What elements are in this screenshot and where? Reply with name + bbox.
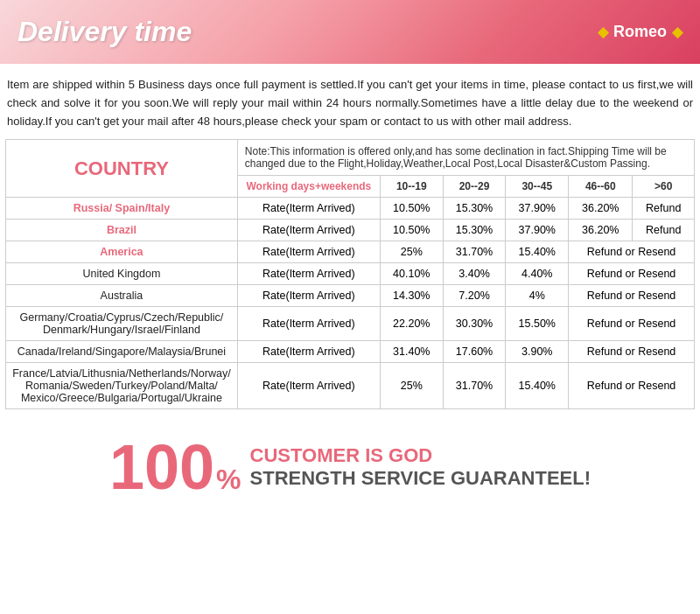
country-name-0: Russia/​ Spain/​Italy	[6, 198, 238, 220]
table-row: Germany/​Croatia/​Cyprus/​Czech/​Republi…	[6, 307, 695, 341]
country-name-3: United Kingdom	[6, 263, 238, 285]
cell-3-1: 40.10%	[380, 263, 443, 285]
table-row: AustraliaRate(Iterm Arrived)14.30%7.20%4…	[6, 285, 695, 307]
cell-4-3: 4%	[506, 285, 569, 307]
table-row: Russia/​ Spain/​ItalyRate(Iterm Arrived)…	[6, 198, 695, 220]
country-name-7: France/​Latvia/​Lithusnia/​Netherlands/​…	[6, 363, 238, 409]
delivery-table-container: COUNTRYNote:This information is offered …	[0, 139, 700, 418]
table-note: Note:This information is offered only,an…	[237, 140, 694, 176]
diamond-right-icon: ◆	[672, 24, 682, 40]
footer-big-number: 100	[109, 436, 214, 499]
page-header: Delivery time ◆ Romeo ◆	[0, 0, 700, 64]
footer-number: 100 %	[109, 436, 242, 499]
cell-3-3: 4.40%	[506, 263, 569, 285]
country-name-2: America	[6, 241, 238, 263]
cell-2-2: 31.70%	[443, 241, 506, 263]
footer-line2: STRENGTH SERVICE GUARANTEEL!	[250, 467, 592, 490]
footer-content: 100 % CUSTOMER IS GOD STRENGTH SERVICE G…	[109, 436, 591, 499]
cell-6-5: Refund or Resend	[569, 341, 695, 363]
country-name-6: Canada/​Ireland/​Singapore/​Malaysia/​Br…	[6, 341, 238, 363]
cell-0-5: Refund	[633, 198, 695, 220]
table-row: AmericaRate(Iterm Arrived)25%31.70%15.40…	[6, 241, 695, 263]
cell-7-3: 15.40%	[506, 363, 569, 409]
cell-6-1: 31.40%	[380, 341, 443, 363]
cell-0-0: Rate(Iterm Arrived)	[237, 198, 380, 220]
footer-slogan: CUSTOMER IS GOD STRENGTH SERVICE GUARANT…	[250, 444, 592, 490]
cell-6-2: 17.60%	[443, 341, 506, 363]
cell-1-0: Rate(Iterm Arrived)	[237, 220, 380, 241]
cell-1-3: 37.90%	[506, 220, 569, 241]
cell-0-4: 36.20%	[569, 198, 633, 220]
intro-paragraph: Item are shipped within 5 Business days …	[7, 78, 693, 128]
cell-2-3: 15.40%	[506, 241, 569, 263]
cell-0-2: 15.30%	[443, 198, 506, 220]
cell-0-3: 37.90%	[506, 198, 569, 220]
footer-section: 100 % CUSTOMER IS GOD STRENGTH SERVICE G…	[0, 418, 700, 507]
cell-6-0: Rate(Iterm Arrived)	[237, 341, 380, 363]
brand-logo: ◆ Romeo ◆	[598, 23, 682, 41]
cell-1-4: 36.20%	[569, 220, 633, 241]
col-header-3: 30--45	[506, 176, 569, 198]
cell-7-0: Rate(Iterm Arrived)	[237, 363, 380, 409]
cell-4-2: 7.20%	[443, 285, 506, 307]
country-name-4: Australia	[6, 285, 238, 307]
cell-7-1: 25%	[380, 363, 443, 409]
cell-5-5: Refund or Resend	[569, 307, 695, 341]
cell-3-2: 3.40%	[443, 263, 506, 285]
cell-1-1: 10.50%	[380, 220, 443, 241]
col-header-0: Working days+weekends	[237, 176, 380, 198]
country-name-5: Germany/​Croatia/​Cyprus/​Czech/​Republi…	[6, 307, 238, 341]
brand-name: Romeo	[613, 23, 667, 41]
cell-4-5: Refund or Resend	[569, 285, 695, 307]
table-row: France/​Latvia/​Lithusnia/​Netherlands/​…	[6, 363, 695, 409]
cell-2-1: 25%	[380, 241, 443, 263]
table-row: Canada/​Ireland/​Singapore/​Malaysia/​Br…	[6, 341, 695, 363]
col-header-2: 20--29	[443, 176, 506, 198]
cell-5-0: Rate(Iterm Arrived)	[237, 307, 380, 341]
col-header-5: >60	[633, 176, 695, 198]
page-title: Delivery time	[18, 16, 192, 48]
footer-percent-sign: %	[216, 465, 241, 493]
cell-2-5: Refund or Resend	[569, 241, 695, 263]
cell-7-2: 31.70%	[443, 363, 506, 409]
cell-3-0: Rate(Iterm Arrived)	[237, 263, 380, 285]
cell-2-0: Rate(Iterm Arrived)	[237, 241, 380, 263]
cell-7-5: Refund or Resend	[569, 363, 695, 409]
cell-3-5: Refund or Resend	[569, 263, 695, 285]
col-header-4: 46--60	[569, 176, 633, 198]
cell-5-2: 30.30%	[443, 307, 506, 341]
table-row: United KingdomRate(Iterm Arrived)40.10%3…	[6, 263, 695, 285]
cell-4-0: Rate(Iterm Arrived)	[237, 285, 380, 307]
table-row: BrazilRate(Iterm Arrived)10.50%15.30%37.…	[6, 220, 695, 241]
col-header-1: 10--19	[380, 176, 443, 198]
country-name-1: Brazil	[6, 220, 238, 241]
country-column-header: COUNTRY	[6, 140, 238, 198]
cell-6-3: 3.90%	[506, 341, 569, 363]
cell-5-3: 15.50%	[506, 307, 569, 341]
cell-0-1: 10.50%	[380, 198, 443, 220]
cell-5-1: 22.20%	[380, 307, 443, 341]
intro-text: Item are shipped within 5 Business days …	[0, 64, 700, 139]
delivery-table: COUNTRYNote:This information is offered …	[5, 139, 695, 409]
diamond-left-icon: ◆	[598, 24, 608, 40]
cell-4-1: 14.30%	[380, 285, 443, 307]
cell-1-5: Refund	[633, 220, 695, 241]
footer-line1: CUSTOMER IS GOD	[250, 444, 592, 467]
cell-1-2: 15.30%	[443, 220, 506, 241]
